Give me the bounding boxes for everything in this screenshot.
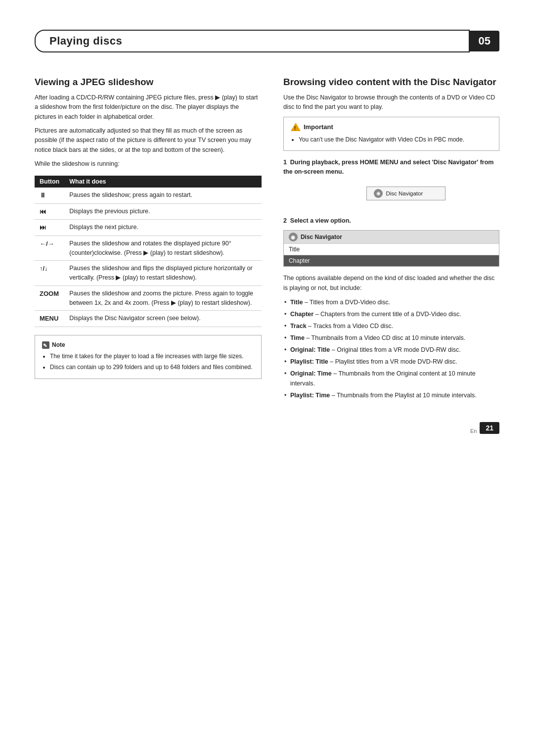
important-title-text: Important (304, 122, 333, 132)
view-option-rows: TitleChapter (284, 243, 499, 266)
col-whatitdoes: What it does (64, 176, 262, 188)
note-box: Note The time it takes for the player to… (35, 335, 262, 379)
left-intro-text: After loading a CD/CD-R/RW containing JP… (35, 93, 262, 122)
note-item: Discs can contain up to 299 folders and … (50, 363, 254, 372)
desc-cell: Pauses the slideshow and rotates the dis… (64, 236, 262, 261)
right-column: Browsing video content with the Disc Nav… (283, 76, 499, 402)
disc-nav-widget: Disc Navigator (366, 187, 445, 200)
page-lang: En (470, 428, 477, 434)
col-button: Button (35, 176, 64, 188)
button-cell: ⏭ (35, 220, 64, 236)
options-list-item: Track – Tracks from a Video CD disc. (283, 321, 499, 331)
table-row: ↑/↓Pauses the slideshow and flips the di… (35, 261, 262, 286)
desc-cell: Pauses the slideshow; press again to res… (64, 188, 262, 203)
button-cell: MENU (35, 311, 64, 327)
important-item: You can't use the Disc Navigator with Vi… (299, 135, 492, 144)
table-row: ⏮Displays the previous picture. (35, 203, 262, 220)
warning-icon (291, 122, 301, 132)
button-cell: ⏮ (35, 203, 64, 220)
important-title: Important (291, 122, 492, 132)
note-title: Note (42, 340, 254, 350)
desc-cell: Pauses the slideshow and flips the displ… (64, 261, 262, 286)
left-section-heading: Viewing a JPEG slideshow (35, 76, 262, 88)
left-body-text: Pictures are automatically adjusted so t… (35, 126, 262, 155)
options-list-item: Original: Title – Original titles from a… (283, 345, 499, 355)
left-column: Viewing a JPEG slideshow After loading a… (35, 76, 262, 402)
chapter-title: Playing discs (35, 30, 470, 52)
options-list-item: Playlist: Title – Playlist titles from a… (283, 357, 499, 367)
warning-triangle (291, 123, 301, 131)
button-table: Button What it does ⏸Pauses the slidesho… (35, 176, 262, 327)
options-intro: The options available depend on the kind… (283, 274, 499, 293)
right-section-heading: Browsing video content with the Disc Nav… (283, 76, 499, 88)
step2-content: Select a view option. (290, 217, 351, 224)
note-icon (42, 341, 49, 349)
desc-cell: Displays the Disc Navigator screen (see … (64, 311, 262, 327)
table-row: ZOOMPauses the slideshow and zooms the p… (35, 285, 262, 311)
disc-nav-label: Disc Navigator (386, 190, 423, 196)
step1-content: During playback, press HOME MENU and sel… (283, 159, 494, 175)
step2-num: 2 (283, 217, 290, 224)
important-box: Important You can't use the Disc Navigat… (283, 117, 499, 151)
view-option-header: Disc Navigator (284, 231, 499, 243)
desc-cell: Displays the previous picture. (64, 203, 262, 220)
note-item: The time it takes for the player to load… (50, 352, 254, 361)
view-option-row: Chapter (284, 255, 499, 266)
options-list-item: Title – Titles from a DVD-Video disc. (283, 297, 499, 307)
table-row: ⏸Pauses the slideshow; press again to re… (35, 188, 262, 203)
view-option-row: Title (284, 243, 499, 255)
table-row: ⏭Displays the next picture. (35, 220, 262, 236)
options-list: Title – Titles from a DVD-Video disc.Cha… (283, 297, 499, 400)
options-list-item: Original: Time – Thumbnails from the Ori… (283, 369, 499, 388)
options-list-item: Chapter – Chapters from the current titl… (283, 309, 499, 319)
step1-text: 1 During playback, press HOME MENU and s… (283, 158, 499, 177)
button-cell: ⏸ (35, 188, 64, 203)
button-cell: ↑/↓ (35, 261, 64, 286)
view-option-header-label: Disc Navigator (301, 234, 342, 240)
options-list-item: Time – Thumbnails from a Video CD disc a… (283, 333, 499, 343)
page-header: Playing discs 05 (35, 30, 499, 52)
right-intro-text: Use the Disc Navigator to browse through… (283, 93, 499, 112)
page-footer: En 21 (35, 422, 499, 434)
chapter-number: 05 (470, 31, 499, 51)
desc-cell: Pauses the slideshow and zooms the pictu… (64, 285, 262, 311)
disc-nav-widget-container: Disc Navigator (283, 182, 499, 208)
note-title-text: Note (52, 340, 65, 350)
disc-nav-icon (374, 189, 383, 198)
table-row: ←/→Pauses the slideshow and rotates the … (35, 236, 262, 261)
note-list: The time it takes for the player to load… (42, 352, 254, 372)
view-option-box: Disc Navigator TitleChapter (283, 230, 499, 267)
table-row: MENUDisplays the Disc Navigator screen (… (35, 311, 262, 327)
button-cell: ←/→ (35, 236, 64, 261)
options-list-item: Playlist: Time – Thumbnails from the Pla… (283, 390, 499, 400)
step2-text: 2 Select a view option. (283, 216, 499, 226)
step1-num: 1 (283, 159, 290, 166)
content-columns: Viewing a JPEG slideshow After loading a… (35, 76, 499, 402)
desc-cell: Displays the next picture. (64, 220, 262, 236)
while-text: While the slideshow is running: (35, 159, 262, 169)
important-list: You can't use the Disc Navigator with Vi… (291, 135, 492, 144)
page-number: 21 (480, 422, 499, 434)
view-option-icon (289, 233, 298, 241)
button-cell: ZOOM (35, 285, 64, 311)
